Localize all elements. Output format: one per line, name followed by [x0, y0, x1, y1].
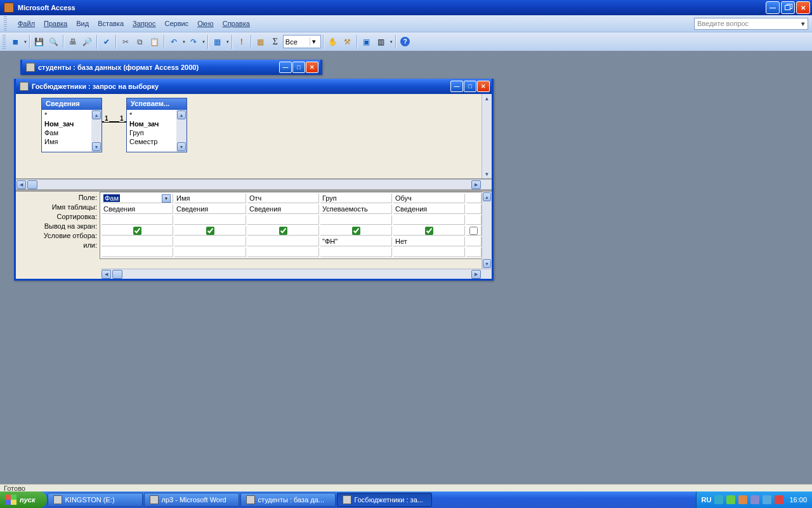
field-row[interactable]: Груп [127, 128, 176, 137]
menu-window[interactable]: Окно [197, 20, 214, 27]
cell-or[interactable] [102, 248, 173, 257]
field-row[interactable]: * [127, 110, 176, 119]
cell-or[interactable] [393, 248, 465, 257]
properties-button[interactable]: ✋ [326, 35, 340, 49]
view-button[interactable]: ▦ [8, 35, 22, 49]
cell-criteria[interactable]: Нет [393, 237, 465, 246]
system-tray[interactable]: RU 16:00 [696, 491, 812, 508]
query-window[interactable]: Госбюджетники : запрос на выборку — □ ✕ … [14, 79, 494, 281]
field-list[interactable]: * Ном_зач Фам Имя [42, 110, 91, 152]
scrollbar[interactable]: ▲▼ [91, 110, 102, 152]
chevron-down-icon[interactable]: ▼ [23, 40, 27, 44]
copy-button[interactable]: ⧉ [133, 35, 147, 49]
scroll-thumb[interactable] [27, 180, 37, 189]
menu-view[interactable]: Вид [76, 20, 89, 27]
scrollbar[interactable]: ▲▼ [176, 110, 187, 152]
cell-show[interactable] [393, 226, 465, 236]
cell-sort[interactable] [247, 215, 319, 225]
menu-insert[interactable]: Вставка [98, 20, 124, 27]
chevron-down-icon[interactable]: ▼ [226, 40, 230, 44]
cut-button[interactable]: ✂ [119, 35, 133, 49]
field-row[interactable]: Семестр [127, 137, 176, 146]
show-checkbox[interactable] [425, 227, 433, 235]
db-minimize-button[interactable]: — [279, 62, 292, 73]
tray-icon[interactable] [763, 495, 771, 504]
cell-show[interactable] [247, 226, 319, 236]
field-row[interactable]: Имя [42, 137, 91, 146]
scroll-right-icon[interactable]: ▶ [471, 180, 481, 189]
scroll-up-icon[interactable]: ▲ [92, 110, 101, 119]
cell-field[interactable]: Отч [247, 194, 319, 203]
db-close-button[interactable]: ✕ [306, 62, 318, 73]
sizer-grip[interactable] [481, 180, 492, 189]
cell-or[interactable] [174, 248, 246, 257]
tray-icon[interactable] [750, 495, 759, 504]
tables-pane[interactable]: Сведения * Ном_зач Фам Имя ▲▼ 1 1 [16, 94, 492, 179]
cell-show[interactable] [102, 226, 173, 236]
scrollbar[interactable]: ▲▼ [481, 192, 492, 269]
taskbar-item[interactable]: Госбюджетники : за... [337, 493, 432, 507]
cell-table[interactable]: Успеваемость [320, 204, 392, 214]
buildrel-button[interactable]: ⚒ [341, 35, 355, 49]
chevron-down-icon[interactable]: ▼ [390, 40, 393, 44]
dbwindow-button[interactable]: ▣ [360, 35, 374, 49]
run-button[interactable]: ! [235, 35, 249, 49]
field-row[interactable]: Ном_зач [42, 119, 91, 128]
scroll-up-icon[interactable]: ▲ [483, 94, 492, 103]
menu-file[interactable]: Файл [18, 20, 35, 27]
cell-sort[interactable] [466, 215, 481, 225]
field-row[interactable]: Фам [42, 128, 91, 137]
menu-query[interactable]: Запрос [133, 20, 155, 27]
scroll-up-icon[interactable]: ▲ [483, 192, 491, 201]
show-checkbox[interactable] [352, 227, 360, 235]
scrollbar[interactable]: ◀ ▶ [101, 269, 492, 279]
scroll-down-icon[interactable]: ▼ [483, 170, 492, 178]
scrollbar[interactable]: ▲▼ [481, 94, 492, 178]
search-button[interactable]: 🔍 [47, 35, 61, 49]
show-checkbox[interactable] [469, 227, 478, 235]
table-header[interactable]: Успеваем... [127, 98, 187, 110]
show-checkbox[interactable] [206, 227, 214, 235]
cell-field[interactable]: Имя [174, 194, 246, 203]
clock[interactable]: 16:00 [789, 496, 807, 504]
grip-icon[interactable] [4, 17, 7, 30]
cell-table[interactable]: Сведения [247, 204, 319, 214]
spell-button[interactable]: ✔ [100, 35, 114, 49]
field-list[interactable]: * Ном_зач Груп Семестр [127, 110, 176, 152]
grip-icon[interactable] [3, 35, 6, 49]
cell-table[interactable]: Сведения [393, 204, 465, 214]
taskbar-item[interactable]: студенты : база да... [240, 493, 336, 507]
showtable-button[interactable]: ▦ [254, 35, 268, 49]
menu-help[interactable]: Справка [223, 20, 250, 27]
redo-button[interactable]: ↷ [187, 35, 200, 49]
table-box-sведения[interactable]: Сведения * Ном_зач Фам Имя ▲▼ [41, 98, 102, 152]
start-button[interactable]: пуск [0, 491, 47, 508]
preview-button[interactable]: 🔎 [81, 35, 95, 49]
save-button[interactable]: 💾 [32, 35, 46, 49]
help-button[interactable]: ? [398, 35, 412, 49]
cell-field[interactable]: Фам▼ [102, 194, 173, 203]
paste-button[interactable]: 📋 [148, 35, 162, 49]
query-maximize-button[interactable]: □ [464, 81, 476, 92]
chevron-down-icon[interactable]: ▼ [162, 194, 171, 203]
table-header[interactable]: Сведения [42, 98, 102, 110]
totals-button[interactable]: Σ [268, 35, 282, 49]
cell-or[interactable] [466, 248, 481, 257]
print-button[interactable]: 🖶 [66, 35, 80, 49]
help-search-box[interactable]: Введите вопрос ▾ [694, 18, 808, 30]
scroll-up-icon[interactable]: ▲ [177, 110, 186, 119]
cell-sort[interactable] [320, 215, 392, 225]
show-checkbox[interactable] [279, 227, 287, 235]
scroll-down-icon[interactable]: ▼ [92, 142, 101, 151]
cell-sort[interactable] [102, 215, 173, 225]
show-checkbox[interactable] [133, 227, 141, 235]
cell-field[interactable]: Обуч [393, 194, 465, 203]
cell-table[interactable]: Сведения [174, 204, 246, 214]
chevron-down-icon[interactable]: ▼ [202, 40, 206, 44]
undo-button[interactable]: ↶ [167, 35, 181, 49]
querytype-button[interactable]: ▦ [211, 35, 225, 49]
toprows-combo[interactable]: Все▾ [283, 35, 321, 48]
table-box-успеваемость[interactable]: Успеваем... * Ном_зач Груп Семестр ▲▼ [126, 98, 187, 152]
scrollbar[interactable]: ◀ ▶ [16, 179, 492, 189]
db-maximize-button[interactable]: □ [292, 62, 305, 73]
